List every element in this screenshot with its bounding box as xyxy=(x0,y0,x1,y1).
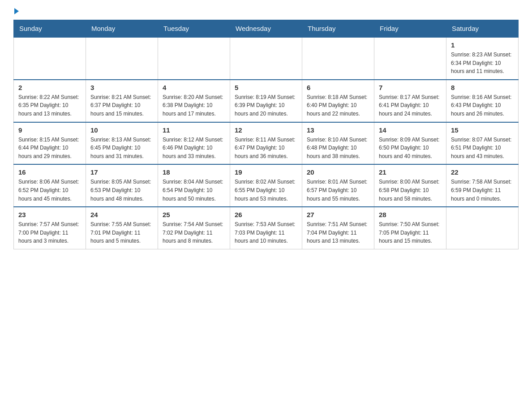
calendar-cell: 11Sunrise: 8:12 AM Sunset: 6:46 PM Dayli… xyxy=(158,122,230,165)
day-number: 27 xyxy=(307,211,369,218)
day-number: 19 xyxy=(235,168,297,176)
calendar-cell: 23Sunrise: 7:57 AM Sunset: 7:00 PM Dayli… xyxy=(14,207,86,249)
calendar-cell: 20Sunrise: 8:01 AM Sunset: 6:57 PM Dayli… xyxy=(302,164,374,207)
logo xyxy=(13,9,19,14)
day-number: 11 xyxy=(163,126,225,134)
day-info: Sunrise: 8:20 AM Sunset: 6:38 PM Dayligh… xyxy=(163,93,225,118)
weekday-header-tuesday: Tuesday xyxy=(158,20,230,38)
day-number: 24 xyxy=(90,211,153,218)
weekday-header-wednesday: Wednesday xyxy=(230,20,302,38)
day-number: 16 xyxy=(18,168,81,176)
day-info: Sunrise: 8:07 AM Sunset: 6:51 PM Dayligh… xyxy=(451,136,514,161)
weekday-header-saturday: Saturday xyxy=(446,20,519,38)
day-info: Sunrise: 8:01 AM Sunset: 6:57 PM Dayligh… xyxy=(307,178,369,203)
day-number: 5 xyxy=(235,84,297,91)
calendar-cell: 5Sunrise: 8:19 AM Sunset: 6:39 PM Daylig… xyxy=(230,80,302,122)
calendar-cell: 12Sunrise: 8:11 AM Sunset: 6:47 PM Dayli… xyxy=(230,122,302,165)
day-number: 13 xyxy=(307,126,369,134)
day-info: Sunrise: 7:54 AM Sunset: 7:02 PM Dayligh… xyxy=(163,220,225,245)
day-number: 22 xyxy=(451,168,514,176)
day-number: 7 xyxy=(379,84,442,91)
calendar-cell: 13Sunrise: 8:10 AM Sunset: 6:48 PM Dayli… xyxy=(302,122,374,165)
weekday-header-monday: Monday xyxy=(86,20,158,38)
day-info: Sunrise: 8:18 AM Sunset: 6:40 PM Dayligh… xyxy=(307,93,369,118)
day-number: 21 xyxy=(379,168,442,176)
logo-arrow-icon xyxy=(14,8,19,14)
day-number: 28 xyxy=(379,211,442,218)
day-number: 17 xyxy=(90,168,153,176)
weekday-header-sunday: Sunday xyxy=(14,20,86,38)
calendar-cell: 24Sunrise: 7:55 AM Sunset: 7:01 PM Dayli… xyxy=(86,207,158,249)
calendar-week-row: 2Sunrise: 8:22 AM Sunset: 6:35 PM Daylig… xyxy=(14,80,519,122)
day-number: 8 xyxy=(451,84,514,91)
calendar-cell: 21Sunrise: 8:00 AM Sunset: 6:58 PM Dayli… xyxy=(374,164,446,207)
day-info: Sunrise: 8:11 AM Sunset: 6:47 PM Dayligh… xyxy=(235,136,297,161)
day-info: Sunrise: 7:58 AM Sunset: 6:59 PM Dayligh… xyxy=(451,178,514,203)
day-info: Sunrise: 8:23 AM Sunset: 6:34 PM Dayligh… xyxy=(451,51,514,76)
day-info: Sunrise: 8:00 AM Sunset: 6:58 PM Dayligh… xyxy=(379,178,442,203)
calendar-cell: 6Sunrise: 8:18 AM Sunset: 6:40 PM Daylig… xyxy=(302,80,374,122)
calendar-cell: 8Sunrise: 8:16 AM Sunset: 6:43 PM Daylig… xyxy=(446,80,519,122)
page-header xyxy=(13,9,519,14)
calendar-week-row: 1Sunrise: 8:23 AM Sunset: 6:34 PM Daylig… xyxy=(14,37,519,80)
day-info: Sunrise: 8:09 AM Sunset: 6:50 PM Dayligh… xyxy=(379,136,442,161)
calendar-cell: 2Sunrise: 8:22 AM Sunset: 6:35 PM Daylig… xyxy=(14,80,86,122)
day-number: 4 xyxy=(163,84,225,91)
day-info: Sunrise: 8:05 AM Sunset: 6:53 PM Dayligh… xyxy=(90,178,153,203)
day-info: Sunrise: 8:10 AM Sunset: 6:48 PM Dayligh… xyxy=(307,136,369,161)
day-info: Sunrise: 8:04 AM Sunset: 6:54 PM Dayligh… xyxy=(163,178,225,203)
weekday-header-row: SundayMondayTuesdayWednesdayThursdayFrid… xyxy=(14,20,519,38)
day-info: Sunrise: 8:17 AM Sunset: 6:41 PM Dayligh… xyxy=(379,93,442,118)
day-number: 6 xyxy=(307,84,369,91)
day-info: Sunrise: 8:21 AM Sunset: 6:37 PM Dayligh… xyxy=(90,93,153,118)
calendar-cell: 7Sunrise: 8:17 AM Sunset: 6:41 PM Daylig… xyxy=(374,80,446,122)
day-info: Sunrise: 7:51 AM Sunset: 7:04 PM Dayligh… xyxy=(307,220,369,245)
weekday-header-friday: Friday xyxy=(374,20,446,38)
calendar-cell: 26Sunrise: 7:53 AM Sunset: 7:03 PM Dayli… xyxy=(230,207,302,249)
day-info: Sunrise: 8:06 AM Sunset: 6:52 PM Dayligh… xyxy=(18,178,81,203)
calendar-cell: 14Sunrise: 8:09 AM Sunset: 6:50 PM Dayli… xyxy=(374,122,446,165)
calendar-cell: 17Sunrise: 8:05 AM Sunset: 6:53 PM Dayli… xyxy=(86,164,158,207)
calendar-cell xyxy=(14,37,86,80)
calendar-cell xyxy=(446,207,519,249)
calendar-cell: 27Sunrise: 7:51 AM Sunset: 7:04 PM Dayli… xyxy=(302,207,374,249)
calendar-cell: 18Sunrise: 8:04 AM Sunset: 6:54 PM Dayli… xyxy=(158,164,230,207)
calendar-cell xyxy=(230,37,302,80)
day-info: Sunrise: 8:16 AM Sunset: 6:43 PM Dayligh… xyxy=(451,93,514,118)
day-info: Sunrise: 7:57 AM Sunset: 7:00 PM Dayligh… xyxy=(18,220,81,245)
calendar-cell: 1Sunrise: 8:23 AM Sunset: 6:34 PM Daylig… xyxy=(446,37,519,80)
day-number: 12 xyxy=(235,126,297,134)
calendar-cell xyxy=(374,37,446,80)
day-info: Sunrise: 8:15 AM Sunset: 6:44 PM Dayligh… xyxy=(18,136,81,161)
calendar-cell: 15Sunrise: 8:07 AM Sunset: 6:51 PM Dayli… xyxy=(446,122,519,165)
calendar-cell: 28Sunrise: 7:50 AM Sunset: 7:05 PM Dayli… xyxy=(374,207,446,249)
day-number: 10 xyxy=(90,126,153,134)
day-info: Sunrise: 8:02 AM Sunset: 6:55 PM Dayligh… xyxy=(235,178,297,203)
calendar-cell: 10Sunrise: 8:13 AM Sunset: 6:45 PM Dayli… xyxy=(86,122,158,165)
day-number: 14 xyxy=(379,126,442,134)
calendar-week-row: 23Sunrise: 7:57 AM Sunset: 7:00 PM Dayli… xyxy=(14,207,519,249)
day-info: Sunrise: 7:53 AM Sunset: 7:03 PM Dayligh… xyxy=(235,220,297,245)
calendar-cell: 22Sunrise: 7:58 AM Sunset: 6:59 PM Dayli… xyxy=(446,164,519,207)
day-info: Sunrise: 7:55 AM Sunset: 7:01 PM Dayligh… xyxy=(90,220,153,245)
calendar-cell xyxy=(302,37,374,80)
day-info: Sunrise: 8:19 AM Sunset: 6:39 PM Dayligh… xyxy=(235,93,297,118)
day-number: 20 xyxy=(307,168,369,176)
calendar-cell: 9Sunrise: 8:15 AM Sunset: 6:44 PM Daylig… xyxy=(14,122,86,165)
day-number: 15 xyxy=(451,126,514,134)
day-number: 3 xyxy=(90,84,153,91)
calendar-cell: 3Sunrise: 8:21 AM Sunset: 6:37 PM Daylig… xyxy=(86,80,158,122)
calendar-cell: 4Sunrise: 8:20 AM Sunset: 6:38 PM Daylig… xyxy=(158,80,230,122)
calendar-week-row: 9Sunrise: 8:15 AM Sunset: 6:44 PM Daylig… xyxy=(14,122,519,165)
calendar-cell xyxy=(158,37,230,80)
day-number: 18 xyxy=(163,168,225,176)
calendar-cell: 25Sunrise: 7:54 AM Sunset: 7:02 PM Dayli… xyxy=(158,207,230,249)
weekday-header-thursday: Thursday xyxy=(302,20,374,38)
day-info: Sunrise: 8:12 AM Sunset: 6:46 PM Dayligh… xyxy=(163,136,225,161)
day-info: Sunrise: 8:22 AM Sunset: 6:35 PM Dayligh… xyxy=(18,93,81,118)
day-number: 26 xyxy=(235,211,297,218)
calendar-cell xyxy=(86,37,158,80)
day-number: 1 xyxy=(451,41,514,49)
day-number: 23 xyxy=(18,211,81,218)
calendar-cell: 19Sunrise: 8:02 AM Sunset: 6:55 PM Dayli… xyxy=(230,164,302,207)
